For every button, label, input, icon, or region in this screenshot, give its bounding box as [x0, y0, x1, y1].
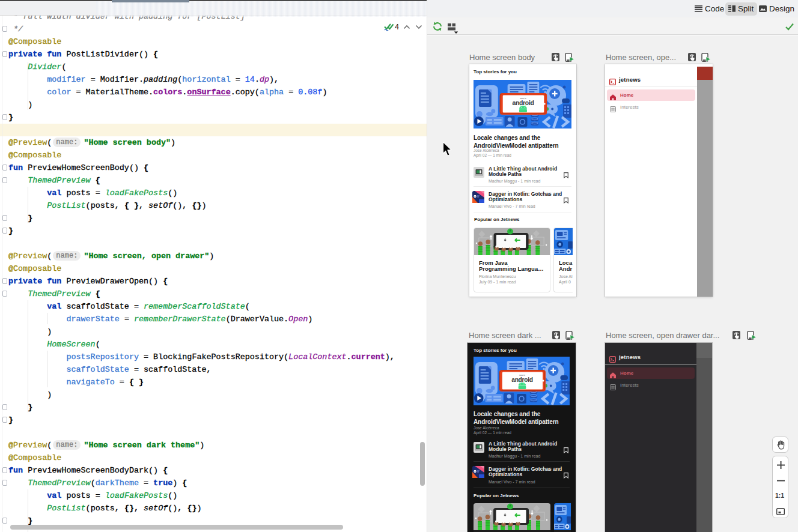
svg-text:android: android — [512, 100, 534, 106]
svg-text:android: android — [511, 376, 532, 383]
